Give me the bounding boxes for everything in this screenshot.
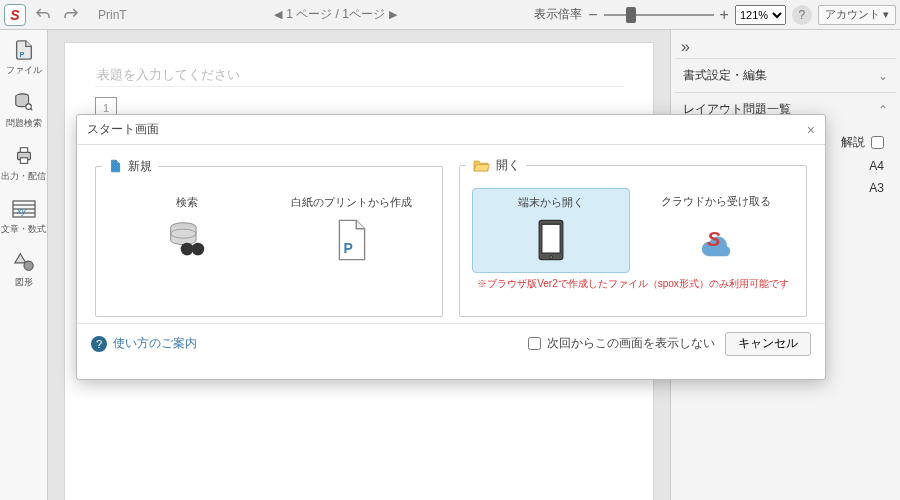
tablet-icon — [535, 219, 567, 261]
group-open: 開く 端末から開く クラウドから受け取る S ※ブラウザ版Ver2で作成したファ… — [459, 157, 807, 317]
svg-point-14 — [180, 243, 193, 256]
start-dialog: スタート画面 × 新規 検索 白紙のプリントから作成 P — [76, 114, 826, 380]
svg-rect-16 — [190, 245, 195, 249]
svg-text:S: S — [707, 228, 721, 250]
card-new-search[interactable]: 検索 — [108, 189, 265, 272]
close-button[interactable]: × — [807, 122, 815, 138]
db-binoculars-icon — [165, 220, 209, 260]
suppress-checkbox-label[interactable]: 次回からこの画面を表示しない — [528, 335, 715, 352]
dialog-header: スタート画面 × — [77, 115, 825, 145]
group-new: 新規 検索 白紙のプリントから作成 P — [95, 157, 443, 317]
svg-rect-19 — [542, 224, 560, 253]
svg-point-20 — [550, 256, 553, 259]
card-open-local[interactable]: 端末から開く — [472, 188, 630, 273]
question-icon: ? — [91, 336, 107, 352]
dialog-footer: ? 使い方のご案内 次回からこの画面を表示しない キャンセル — [77, 323, 825, 363]
blank-page-icon: P — [335, 219, 369, 261]
card-open-cloud[interactable]: クラウドから受け取る S — [638, 188, 794, 273]
folder-open-icon — [472, 159, 490, 173]
card-new-blank[interactable]: 白紙のプリントから作成 P — [273, 189, 430, 272]
modal-overlay: スタート画面 × 新規 検索 白紙のプリントから作成 P — [0, 0, 900, 500]
svg-text:P: P — [343, 240, 352, 256]
cloud-app-icon: S — [694, 219, 738, 259]
svg-point-15 — [191, 243, 204, 256]
usage-guide-link[interactable]: ? 使い方のご案内 — [91, 335, 197, 352]
open-note: ※ブラウザ版Ver2で作成したファイル（spox形式）のみ利用可能です — [466, 277, 800, 291]
new-file-icon — [108, 157, 122, 175]
suppress-checkbox[interactable] — [528, 337, 541, 350]
dialog-title: スタート画面 — [87, 121, 159, 138]
cancel-button[interactable]: キャンセル — [725, 332, 811, 356]
